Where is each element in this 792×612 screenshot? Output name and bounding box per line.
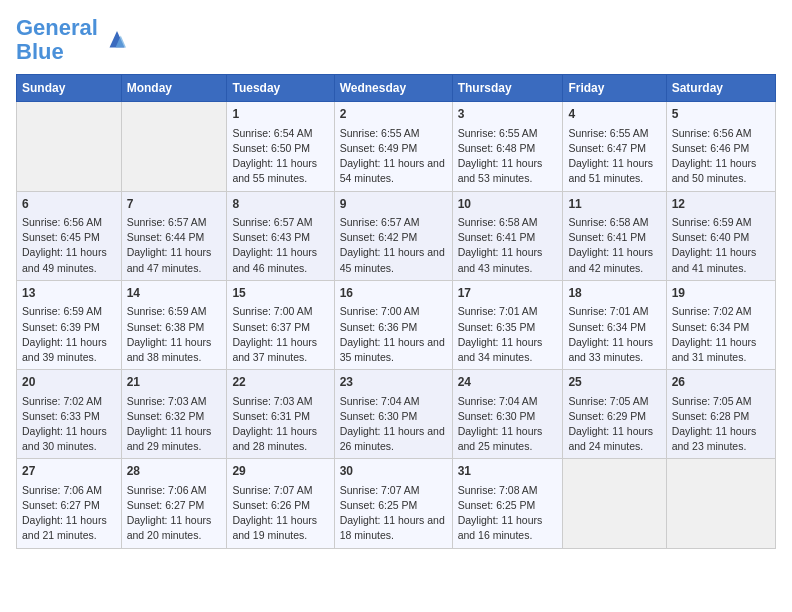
day-number: 21 <box>127 374 222 391</box>
calendar-cell: 22Sunrise: 7:03 AMSunset: 6:31 PMDayligh… <box>227 370 334 459</box>
daylight-hours: Daylight: 11 hours and 33 minutes. <box>568 335 660 365</box>
sunset-time: Sunset: 6:40 PM <box>672 230 770 245</box>
daylight-hours: Daylight: 11 hours and 34 minutes. <box>458 335 558 365</box>
calendar-cell: 3Sunrise: 6:55 AMSunset: 6:48 PMDaylight… <box>452 102 563 191</box>
day-number: 8 <box>232 196 328 213</box>
daylight-hours: Daylight: 11 hours and 20 minutes. <box>127 513 222 543</box>
sunset-time: Sunset: 6:38 PM <box>127 320 222 335</box>
daylight-hours: Daylight: 11 hours and 37 minutes. <box>232 335 328 365</box>
sunset-time: Sunset: 6:50 PM <box>232 141 328 156</box>
calendar-cell: 17Sunrise: 7:01 AMSunset: 6:35 PMDayligh… <box>452 280 563 369</box>
sunrise-time: Sunrise: 6:57 AM <box>127 215 222 230</box>
daylight-hours: Daylight: 11 hours and 26 minutes. <box>340 424 447 454</box>
day-of-week-saturday: Saturday <box>666 75 775 102</box>
day-of-week-sunday: Sunday <box>17 75 122 102</box>
calendar-cell: 12Sunrise: 6:59 AMSunset: 6:40 PMDayligh… <box>666 191 775 280</box>
logo-icon <box>102 25 132 55</box>
daylight-hours: Daylight: 11 hours and 18 minutes. <box>340 513 447 543</box>
day-number: 13 <box>22 285 116 302</box>
daylight-hours: Daylight: 11 hours and 53 minutes. <box>458 156 558 186</box>
calendar-cell: 20Sunrise: 7:02 AMSunset: 6:33 PMDayligh… <box>17 370 122 459</box>
week-row-3: 13Sunrise: 6:59 AMSunset: 6:39 PMDayligh… <box>17 280 776 369</box>
sunrise-time: Sunrise: 7:02 AM <box>672 304 770 319</box>
sunrise-time: Sunrise: 6:59 AM <box>22 304 116 319</box>
sunrise-time: Sunrise: 7:08 AM <box>458 483 558 498</box>
sunrise-time: Sunrise: 7:01 AM <box>568 304 660 319</box>
sunset-time: Sunset: 6:46 PM <box>672 141 770 156</box>
calendar-cell: 9Sunrise: 6:57 AMSunset: 6:42 PMDaylight… <box>334 191 452 280</box>
calendar-cell: 29Sunrise: 7:07 AMSunset: 6:26 PMDayligh… <box>227 459 334 548</box>
day-number: 5 <box>672 106 770 123</box>
sunrise-time: Sunrise: 6:56 AM <box>22 215 116 230</box>
daylight-hours: Daylight: 11 hours and 54 minutes. <box>340 156 447 186</box>
calendar-cell <box>666 459 775 548</box>
day-number: 23 <box>340 374 447 391</box>
sunrise-time: Sunrise: 7:03 AM <box>127 394 222 409</box>
day-number: 20 <box>22 374 116 391</box>
daylight-hours: Daylight: 11 hours and 35 minutes. <box>340 335 447 365</box>
logo-blue: Blue <box>16 39 64 64</box>
daylight-hours: Daylight: 11 hours and 49 minutes. <box>22 245 116 275</box>
day-number: 24 <box>458 374 558 391</box>
sunset-time: Sunset: 6:29 PM <box>568 409 660 424</box>
daylight-hours: Daylight: 11 hours and 19 minutes. <box>232 513 328 543</box>
sunset-time: Sunset: 6:32 PM <box>127 409 222 424</box>
calendar-cell: 18Sunrise: 7:01 AMSunset: 6:34 PMDayligh… <box>563 280 666 369</box>
calendar-cell: 25Sunrise: 7:05 AMSunset: 6:29 PMDayligh… <box>563 370 666 459</box>
day-of-week-header-row: SundayMondayTuesdayWednesdayThursdayFrid… <box>17 75 776 102</box>
sunrise-time: Sunrise: 6:55 AM <box>568 126 660 141</box>
daylight-hours: Daylight: 11 hours and 50 minutes. <box>672 156 770 186</box>
sunset-time: Sunset: 6:42 PM <box>340 230 447 245</box>
daylight-hours: Daylight: 11 hours and 38 minutes. <box>127 335 222 365</box>
calendar-cell <box>17 102 122 191</box>
page-header: General Blue <box>16 16 776 64</box>
daylight-hours: Daylight: 11 hours and 43 minutes. <box>458 245 558 275</box>
day-of-week-tuesday: Tuesday <box>227 75 334 102</box>
day-number: 22 <box>232 374 328 391</box>
calendar-cell: 11Sunrise: 6:58 AMSunset: 6:41 PMDayligh… <box>563 191 666 280</box>
calendar-cell: 31Sunrise: 7:08 AMSunset: 6:25 PMDayligh… <box>452 459 563 548</box>
calendar-body: 1Sunrise: 6:54 AMSunset: 6:50 PMDaylight… <box>17 102 776 548</box>
sunset-time: Sunset: 6:44 PM <box>127 230 222 245</box>
sunrise-time: Sunrise: 7:04 AM <box>458 394 558 409</box>
day-number: 30 <box>340 463 447 480</box>
calendar-cell <box>121 102 227 191</box>
day-number: 19 <box>672 285 770 302</box>
calendar-cell: 2Sunrise: 6:55 AMSunset: 6:49 PMDaylight… <box>334 102 452 191</box>
sunrise-time: Sunrise: 7:05 AM <box>568 394 660 409</box>
week-row-5: 27Sunrise: 7:06 AMSunset: 6:27 PMDayligh… <box>17 459 776 548</box>
sunset-time: Sunset: 6:49 PM <box>340 141 447 156</box>
day-number: 1 <box>232 106 328 123</box>
sunset-time: Sunset: 6:26 PM <box>232 498 328 513</box>
day-number: 10 <box>458 196 558 213</box>
calendar-cell: 21Sunrise: 7:03 AMSunset: 6:32 PMDayligh… <box>121 370 227 459</box>
week-row-4: 20Sunrise: 7:02 AMSunset: 6:33 PMDayligh… <box>17 370 776 459</box>
daylight-hours: Daylight: 11 hours and 45 minutes. <box>340 245 447 275</box>
sunset-time: Sunset: 6:27 PM <box>22 498 116 513</box>
day-number: 7 <box>127 196 222 213</box>
day-of-week-thursday: Thursday <box>452 75 563 102</box>
calendar-cell: 27Sunrise: 7:06 AMSunset: 6:27 PMDayligh… <box>17 459 122 548</box>
sunset-time: Sunset: 6:41 PM <box>568 230 660 245</box>
sunset-time: Sunset: 6:41 PM <box>458 230 558 245</box>
day-number: 9 <box>340 196 447 213</box>
calendar-cell: 24Sunrise: 7:04 AMSunset: 6:30 PMDayligh… <box>452 370 563 459</box>
calendar-cell: 26Sunrise: 7:05 AMSunset: 6:28 PMDayligh… <box>666 370 775 459</box>
day-number: 29 <box>232 463 328 480</box>
calendar-cell: 23Sunrise: 7:04 AMSunset: 6:30 PMDayligh… <box>334 370 452 459</box>
calendar-cell: 4Sunrise: 6:55 AMSunset: 6:47 PMDaylight… <box>563 102 666 191</box>
sunrise-time: Sunrise: 7:03 AM <box>232 394 328 409</box>
sunrise-time: Sunrise: 6:57 AM <box>232 215 328 230</box>
daylight-hours: Daylight: 11 hours and 16 minutes. <box>458 513 558 543</box>
calendar-cell: 19Sunrise: 7:02 AMSunset: 6:34 PMDayligh… <box>666 280 775 369</box>
daylight-hours: Daylight: 11 hours and 25 minutes. <box>458 424 558 454</box>
sunset-time: Sunset: 6:31 PM <box>232 409 328 424</box>
day-number: 2 <box>340 106 447 123</box>
sunset-time: Sunset: 6:27 PM <box>127 498 222 513</box>
sunrise-time: Sunrise: 7:07 AM <box>232 483 328 498</box>
day-of-week-wednesday: Wednesday <box>334 75 452 102</box>
calendar-cell: 5Sunrise: 6:56 AMSunset: 6:46 PMDaylight… <box>666 102 775 191</box>
sunset-time: Sunset: 6:43 PM <box>232 230 328 245</box>
calendar-cell: 30Sunrise: 7:07 AMSunset: 6:25 PMDayligh… <box>334 459 452 548</box>
day-of-week-friday: Friday <box>563 75 666 102</box>
